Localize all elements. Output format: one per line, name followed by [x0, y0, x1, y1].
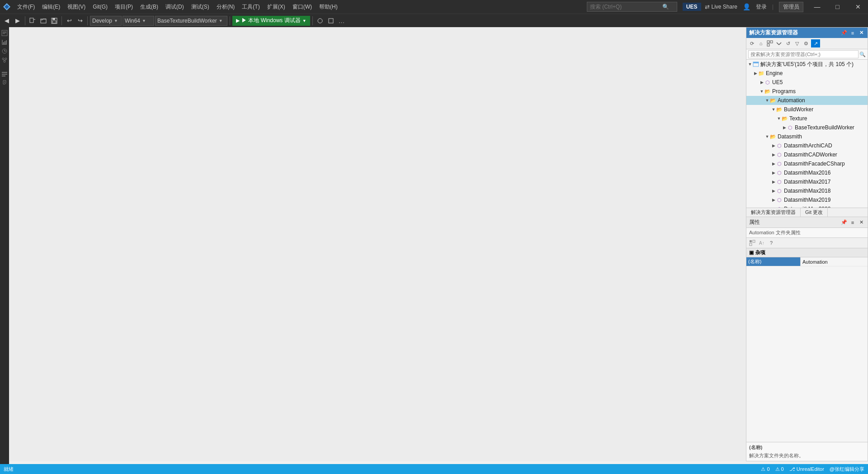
- toolbar-extra1[interactable]: [315, 16, 325, 26]
- tree-datasmith[interactable]: ▼ 📂 Datasmith: [746, 132, 868, 141]
- se-home-btn[interactable]: ⌂: [757, 39, 765, 47]
- sidebar-icon-1[interactable]: [0, 29, 9, 37]
- menu-edit[interactable]: 编辑(E): [38, 0, 64, 14]
- se-close-icon[interactable]: ✕: [858, 29, 865, 37]
- svg-rect-5: [52, 21, 56, 23]
- menu-debug[interactable]: 调试(D): [162, 0, 188, 14]
- tree-ds-cadworker[interactable]: ▶ ⬡ DatasmithCADWorker: [746, 150, 868, 159]
- target-dropdown-label: BaseTextureBuildWorker: [157, 18, 217, 24]
- props-help-btn[interactable]: ?: [767, 239, 775, 247]
- buildworker-expand: ▼: [771, 107, 776, 112]
- tree-ds-max2016[interactable]: ▶ ⬡ DatasmithMax2016: [746, 168, 868, 177]
- solution-explorer: 解决方案资源管理器 📌 ≡ ✕ ⟳ ⌂ ↺ ▽ ⚙ ↗ 🔍: [746, 27, 868, 217]
- sidebar-icon-3[interactable]: [0, 47, 9, 55]
- close-button[interactable]: ✕: [848, 0, 868, 14]
- menu-git[interactable]: Git(G): [89, 0, 111, 14]
- menu-project[interactable]: 项目(P): [111, 0, 137, 14]
- tab-git-changes[interactable]: Git 更改: [801, 208, 828, 217]
- tree-texture[interactable]: ▼ 📂 Texture: [746, 114, 868, 123]
- se-settings-btn[interactable]: ⚙: [802, 39, 810, 47]
- tree-automation[interactable]: ▼ 📂 Automation: [746, 96, 868, 105]
- tree-ds-max2020[interactable]: ▶ ⬡ DatasmithMax2020: [746, 204, 868, 208]
- forward-button[interactable]: ▶: [13, 16, 23, 26]
- maximize-button[interactable]: □: [827, 0, 848, 14]
- save-all-button[interactable]: [49, 16, 59, 26]
- svg-rect-35: [750, 240, 752, 242]
- se-menu-icon[interactable]: ≡: [849, 29, 856, 37]
- menu-file[interactable]: 文件(F): [14, 0, 38, 14]
- toolbar-separator-1: [25, 16, 25, 25]
- minimize-button[interactable]: —: [807, 0, 827, 14]
- status-branch[interactable]: ⎇ UnrealEditor: [789, 466, 824, 472]
- ds-cadworker-icon: ⬡: [776, 152, 783, 158]
- tree-buildworker[interactable]: ▼ 📂 BuildWorker: [746, 105, 868, 114]
- props-alphabetical-btn[interactable]: A↑: [758, 239, 766, 247]
- ds-cadworker-label: DatasmithCADWorker: [784, 152, 837, 158]
- open-button[interactable]: [38, 16, 48, 26]
- properties-toolbar: A↑ ?: [746, 238, 868, 248]
- tree-ue5[interactable]: ▶ ⬡ UE5: [746, 78, 868, 87]
- props-categories-btn[interactable]: [748, 239, 756, 247]
- tree-ds-facade[interactable]: ▶ ⬡ DatasmithFacadeCSharp: [746, 159, 868, 168]
- menu-help[interactable]: 帮助(H): [316, 0, 341, 14]
- login-button[interactable]: 登录: [756, 3, 767, 11]
- config-dropdown[interactable]: Develop ▼: [90, 16, 122, 26]
- target-dropdown[interactable]: BaseTextureBuildWorker ▼: [155, 16, 227, 26]
- props-menu-icon[interactable]: ≡: [849, 219, 856, 226]
- menu-tools[interactable]: 工具(T): [238, 0, 263, 14]
- new-project-button[interactable]: [28, 16, 38, 26]
- tree-ds-max2017[interactable]: ▶ ⬡ DatasmithMax2017: [746, 177, 868, 186]
- menu-analyze[interactable]: 分析(N): [213, 0, 239, 14]
- se-sync-btn[interactable]: ⟳: [748, 39, 756, 47]
- sidebar-icon-2[interactable]: [0, 38, 9, 46]
- tree-root[interactable]: ▼ 解决方案'UE5'(105 个项目，共 105 个): [746, 60, 868, 69]
- status-errors[interactable]: ⚠ 0: [761, 466, 769, 472]
- menu-view[interactable]: 视图(V): [64, 0, 89, 14]
- se-filter-btn[interactable]: ▽: [793, 39, 801, 47]
- tab-solution-explorer[interactable]: 解决方案资源管理器: [746, 208, 801, 217]
- se-pin-icon[interactable]: 📌: [840, 29, 848, 37]
- manage-button[interactable]: 管理员: [779, 2, 803, 12]
- status-warnings[interactable]: ⚠ 0: [775, 466, 784, 472]
- redo-button[interactable]: ↪: [75, 16, 85, 26]
- se-collapse-btn[interactable]: [775, 39, 783, 47]
- solution-explorer-title: 解决方案资源管理器: [749, 29, 798, 37]
- sidebar-icon-4[interactable]: [0, 56, 9, 64]
- se-search-icon[interactable]: 🔍: [859, 52, 866, 57]
- tree-ds-max2018[interactable]: ▶ ⬡ DatasmithMax2018: [746, 186, 868, 195]
- toolbar-extra2[interactable]: [326, 16, 336, 26]
- props-pin-icon[interactable]: 📌: [840, 219, 848, 226]
- tree-ds-archicad[interactable]: ▶ ⬡ DatasmithArchiCAD: [746, 141, 868, 150]
- se-active-item-btn[interactable]: ↗: [811, 39, 820, 47]
- toolbar-extra3[interactable]: …: [337, 16, 347, 26]
- run-label: ▶ 本地 Windows 调试器: [241, 17, 301, 24]
- menu-test[interactable]: 测试(S): [188, 0, 213, 14]
- props-row-name[interactable]: (名称) Automation: [746, 257, 868, 266]
- props-close-icon[interactable]: ✕: [858, 219, 865, 226]
- solution-icon: [753, 61, 759, 67]
- menu-extensions[interactable]: 扩展(X): [264, 0, 289, 14]
- tree-engine[interactable]: ▶ 📁 Engine: [746, 69, 868, 78]
- svg-rect-11: [3, 33, 5, 34]
- menu-window[interactable]: 窗口(W): [289, 0, 316, 14]
- tree-programs[interactable]: ▼ 📂 Programs: [746, 87, 868, 96]
- ds-max2019-expand: ▶: [771, 197, 776, 203]
- undo-button[interactable]: ↩: [64, 16, 74, 26]
- platform-dropdown[interactable]: Win64 ▼: [123, 16, 154, 26]
- tree-ds-max2019[interactable]: ▶ ⬡ DatasmithMax2019: [746, 195, 868, 204]
- left-sidebar: [0, 27, 9, 465]
- tree-base-texture[interactable]: ▶ ⬡ BaseTextureBuildWorker: [746, 123, 868, 132]
- sidebar-icon-5[interactable]: [0, 70, 9, 78]
- live-share-button[interactable]: ⇄ Live Share: [705, 4, 737, 10]
- se-refresh-btn[interactable]: ↺: [784, 39, 792, 47]
- se-search-input[interactable]: [748, 50, 859, 58]
- run-button[interactable]: ▶ ▶ 本地 Windows 调试器 ▼: [232, 16, 310, 26]
- se-show-all-btn[interactable]: [766, 39, 774, 47]
- back-button[interactable]: ◀: [2, 16, 12, 26]
- search-input[interactable]: [590, 4, 662, 10]
- menu-build[interactable]: 生成(B): [137, 0, 162, 14]
- svg-line-22: [5, 60, 6, 61]
- sidebar-icon-6[interactable]: [0, 79, 9, 87]
- ds-max2016-icon: ⬡: [776, 170, 783, 176]
- search-box[interactable]: 🔍: [587, 2, 677, 12]
